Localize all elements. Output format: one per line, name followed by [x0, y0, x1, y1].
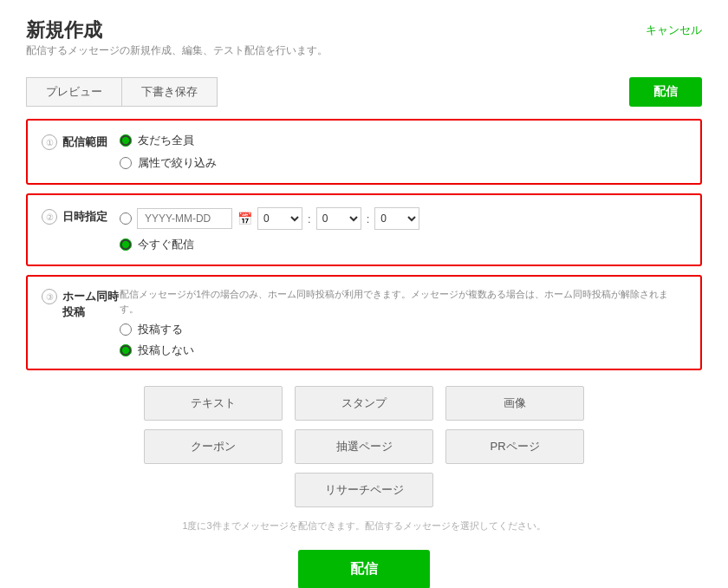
section3-option2-label: 投稿しない [138, 343, 194, 358]
section2-immediate-radio[interactable] [120, 238, 132, 251]
msg-btn-row1: テキスト スタンプ 画像 [144, 386, 584, 421]
section2-immediate-label: 今すぐ配信 [138, 237, 194, 252]
section2-immediate-row[interactable]: 今すぐ配信 [120, 237, 686, 252]
page-title: 新規作成 [26, 17, 328, 43]
section1-option1-row[interactable]: 友だち全員 [120, 133, 686, 148]
text-button[interactable]: テキスト [144, 386, 283, 421]
date-input[interactable] [137, 208, 232, 229]
section1-option2-radio[interactable] [120, 157, 132, 169]
message-buttons-area: テキスト スタンプ 画像 クーポン 抽選ページ PRページ リサーチページ 1度… [26, 386, 702, 588]
section3-option1-row[interactable]: 投稿する [120, 322, 686, 337]
draft-save-button[interactable]: 下書き保存 [121, 77, 218, 107]
pr-button[interactable]: PRページ [445, 429, 584, 464]
section2-datetime-radio[interactable] [120, 212, 132, 225]
section3-content: 配信メッセージが1件の場合のみ、ホーム同時投稿が利用できます。メッセージが複数あ… [120, 287, 686, 358]
section2-datetime-radio-row[interactable] [120, 212, 132, 225]
section3-label: ホーム同時投稿 [62, 289, 120, 320]
section2-box: ② 日時指定 📅 0 1 2 : 0 [26, 193, 702, 266]
page-container: 新規作成 配信するメッセージの新規作成、編集、テスト配信を行います。 キャンセル… [0, 0, 728, 588]
section2-inner: ② 日時指定 📅 0 1 2 : 0 [28, 195, 700, 265]
msg-btn-row2: クーポン 抽選ページ PRページ [144, 429, 584, 464]
send-top-button[interactable]: 配信 [629, 77, 702, 107]
section3-option1-label: 投稿する [138, 322, 183, 337]
second-select[interactable]: 0 10 20 [374, 207, 419, 230]
section1-option2-label: 属性で絞り込み [138, 155, 217, 171]
section3-inner: ③ ホーム同時投稿 配信メッセージが1件の場合のみ、ホーム同時投稿が利用できます… [28, 277, 700, 369]
section3-row: ③ ホーム同時投稿 配信メッセージが1件の場合のみ、ホーム同時投稿が利用できます… [42, 287, 686, 358]
image-button[interactable]: 画像 [445, 386, 584, 421]
coupon-button[interactable]: クーポン [144, 429, 283, 464]
section1-label: 配信範囲 [62, 134, 107, 150]
toolbar: プレビュー 下書き保存 配信 [26, 77, 702, 107]
section1-option1-label: 友だち全員 [138, 133, 194, 148]
section3-box: ③ ホーム同時投稿 配信メッセージが1件の場合のみ、ホーム同時投稿が利用できます… [26, 275, 702, 370]
cancel-link[interactable]: キャンセル [646, 23, 702, 38]
send-bottom-button[interactable]: 配信 [298, 550, 430, 588]
section2-label-col: ② 日時指定 [42, 207, 120, 225]
calendar-icon: 📅 [237, 212, 252, 225]
hour-select[interactable]: 0 1 2 [257, 207, 302, 230]
section3-number: ③ [42, 289, 57, 304]
section1-option2-row[interactable]: 属性で絞り込み [120, 155, 686, 171]
datetime-row: 📅 0 1 2 : 0 10 20 : 0 10 [120, 207, 686, 230]
section1-number: ① [42, 134, 57, 150]
stamp-button[interactable]: スタンプ [295, 386, 433, 421]
page-header: 新規作成 配信するメッセージの新規作成、編集、テスト配信を行います。 キャンセル [26, 17, 702, 74]
toolbar-left: プレビュー 下書き保存 [26, 77, 218, 107]
section2-content: 📅 0 1 2 : 0 10 20 : 0 10 [120, 207, 686, 252]
page-subtitle: 配信するメッセージの新規作成、編集、テスト配信を行います。 [26, 43, 328, 58]
section1-inner: ① 配信範囲 友だち全員 属性で絞り込み [28, 121, 700, 183]
section2-number: ② [42, 209, 57, 225]
msg-btn-row3: リサーチページ [295, 473, 433, 507]
colon2: : [367, 212, 370, 225]
preview-button[interactable]: プレビュー [26, 77, 121, 107]
section2-label: 日時指定 [62, 209, 107, 225]
minute-select[interactable]: 0 10 20 [316, 207, 361, 230]
section1-option1-radio[interactable] [120, 134, 132, 147]
lottery-button[interactable]: 抽選ページ [295, 429, 433, 464]
section3-label-col: ③ ホーム同時投稿 [42, 287, 120, 320]
colon1: : [308, 212, 311, 225]
section1-box: ① 配信範囲 友だち全員 属性で絞り込み [26, 119, 702, 185]
section1-content: 友だち全員 属性で絞り込み [120, 133, 686, 171]
msg-hint: 1度に3件までメッセージを配信できます。配信するメッセージを選択してください。 [182, 519, 545, 532]
section3-option1-radio[interactable] [120, 323, 132, 336]
section3-option2-radio[interactable] [120, 344, 132, 356]
section1-label-col: ① 配信範囲 [42, 133, 120, 150]
research-button[interactable]: リサーチページ [295, 473, 433, 507]
section3-option2-row[interactable]: 投稿しない [120, 343, 686, 358]
section3-desc: 配信メッセージが1件の場合のみ、ホーム同時投稿が利用できます。メッセージが複数あ… [120, 287, 686, 316]
